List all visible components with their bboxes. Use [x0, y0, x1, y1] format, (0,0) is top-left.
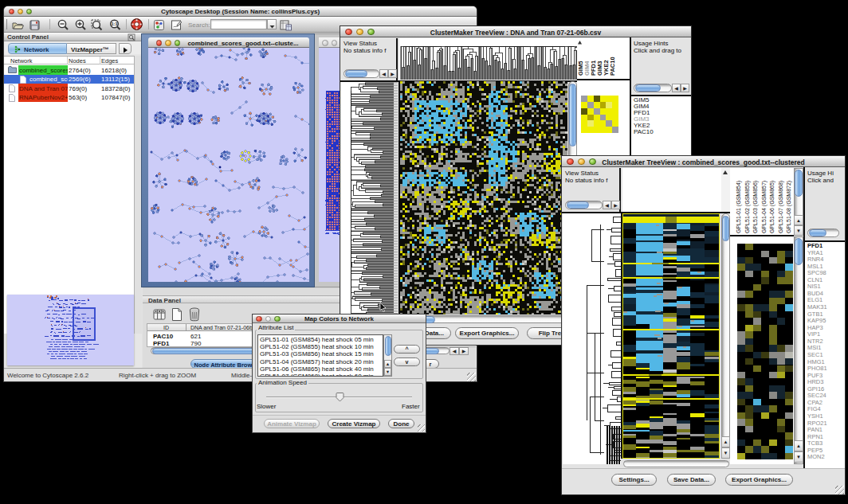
svg-text:1:1: 1:1 [112, 21, 118, 26]
